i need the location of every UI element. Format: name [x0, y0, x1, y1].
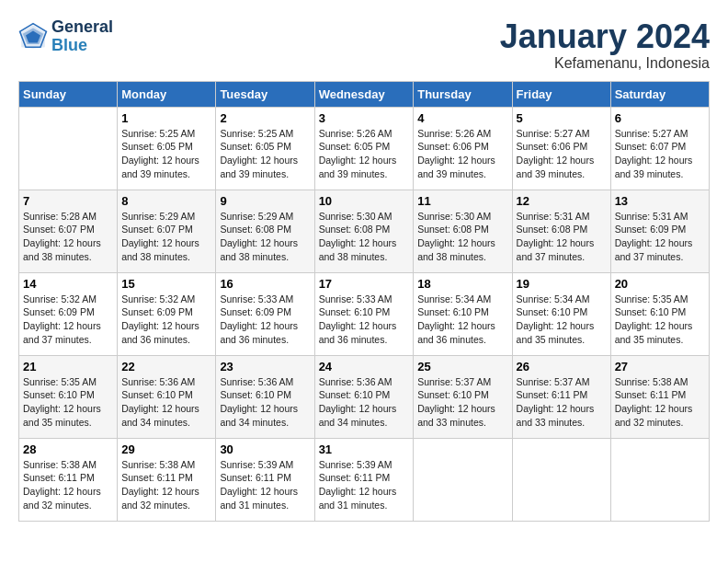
day-number: 3 [319, 111, 410, 125]
logo-icon [18, 22, 48, 52]
day-number: 26 [517, 360, 607, 373]
day-number: 9 [220, 194, 310, 208]
day-number: 22 [121, 360, 211, 373]
day-info: Sunrise: 5:29 AM Sunset: 6:07 PM Dayligh… [121, 210, 211, 264]
calendar-cell: 1Sunrise: 5:25 AM Sunset: 6:05 PM Daylig… [118, 107, 216, 190]
calendar-week-row: 28Sunrise: 5:38 AM Sunset: 6:11 PM Dayli… [19, 438, 710, 521]
day-number: 20 [615, 277, 705, 291]
title-block: January 2024 Kefamenanu, Indonesia [500, 18, 710, 72]
calendar-cell: 11Sunrise: 5:30 AM Sunset: 6:08 PM Dayli… [414, 190, 512, 272]
day-info: Sunrise: 5:39 AM Sunset: 6:11 PM Dayligh… [319, 458, 410, 512]
calendar-body: 1Sunrise: 5:25 AM Sunset: 6:05 PM Daylig… [19, 107, 710, 521]
calendar-cell: 3Sunrise: 5:26 AM Sunset: 6:05 PM Daylig… [314, 107, 414, 190]
day-info: Sunrise: 5:37 AM Sunset: 6:10 PM Dayligh… [417, 375, 507, 430]
day-number: 30 [220, 442, 310, 456]
day-number: 5 [517, 111, 607, 125]
day-number: 18 [417, 277, 507, 291]
day-info: Sunrise: 5:38 AM Sunset: 6:11 PM Dayligh… [121, 458, 211, 512]
day-info: Sunrise: 5:34 AM Sunset: 6:10 PM Dayligh… [517, 293, 607, 347]
logo: General Blue [18, 18, 113, 55]
calendar-cell: 23Sunrise: 5:36 AM Sunset: 6:10 PM Dayli… [216, 355, 314, 438]
day-number: 19 [517, 277, 607, 291]
calendar-cell: 31Sunrise: 5:39 AM Sunset: 6:11 PM Dayli… [314, 438, 414, 521]
calendar-week-row: 21Sunrise: 5:35 AM Sunset: 6:10 PM Dayli… [19, 355, 710, 438]
logo-text: General Blue [51, 18, 113, 55]
calendar-cell: 2Sunrise: 5:25 AM Sunset: 6:05 PM Daylig… [216, 107, 314, 190]
calendar-cell: 26Sunrise: 5:37 AM Sunset: 6:11 PM Dayli… [512, 355, 610, 438]
day-number: 8 [121, 194, 211, 208]
calendar-cell: 7Sunrise: 5:28 AM Sunset: 6:07 PM Daylig… [19, 190, 118, 272]
calendar-cell: 25Sunrise: 5:37 AM Sunset: 6:10 PM Dayli… [414, 355, 512, 438]
day-info: Sunrise: 5:31 AM Sunset: 6:08 PM Dayligh… [517, 210, 607, 264]
weekday-header-thursday: Thursday [414, 81, 512, 107]
day-number: 4 [417, 111, 507, 125]
calendar-cell: 21Sunrise: 5:35 AM Sunset: 6:10 PM Dayli… [19, 355, 118, 438]
day-number: 29 [121, 442, 211, 456]
day-info: Sunrise: 5:25 AM Sunset: 6:05 PM Dayligh… [220, 127, 310, 181]
day-info: Sunrise: 5:26 AM Sunset: 6:05 PM Dayligh… [319, 127, 410, 181]
calendar-cell: 22Sunrise: 5:36 AM Sunset: 6:10 PM Dayli… [118, 355, 216, 438]
calendar-cell: 5Sunrise: 5:27 AM Sunset: 6:06 PM Daylig… [512, 107, 610, 190]
calendar-cell: 18Sunrise: 5:34 AM Sunset: 6:10 PM Dayli… [414, 272, 512, 355]
day-number: 21 [23, 360, 113, 373]
day-info: Sunrise: 5:34 AM Sunset: 6:10 PM Dayligh… [417, 293, 507, 347]
day-number: 6 [615, 111, 705, 125]
day-info: Sunrise: 5:36 AM Sunset: 6:10 PM Dayligh… [220, 375, 310, 430]
calendar-cell: 20Sunrise: 5:35 AM Sunset: 6:10 PM Dayli… [610, 272, 709, 355]
day-info: Sunrise: 5:30 AM Sunset: 6:08 PM Dayligh… [319, 210, 410, 264]
calendar-cell: 6Sunrise: 5:27 AM Sunset: 6:07 PM Daylig… [610, 107, 709, 190]
day-number: 24 [319, 360, 410, 373]
day-info: Sunrise: 5:32 AM Sunset: 6:09 PM Dayligh… [121, 293, 211, 347]
calendar-cell: 14Sunrise: 5:32 AM Sunset: 6:09 PM Dayli… [19, 272, 118, 355]
day-info: Sunrise: 5:27 AM Sunset: 6:06 PM Dayligh… [517, 127, 607, 181]
calendar-cell: 8Sunrise: 5:29 AM Sunset: 6:07 PM Daylig… [118, 190, 216, 272]
calendar-week-row: 1Sunrise: 5:25 AM Sunset: 6:05 PM Daylig… [19, 107, 710, 190]
day-info: Sunrise: 5:29 AM Sunset: 6:08 PM Dayligh… [220, 210, 310, 264]
day-info: Sunrise: 5:28 AM Sunset: 6:07 PM Dayligh… [23, 210, 113, 264]
day-info: Sunrise: 5:35 AM Sunset: 6:10 PM Dayligh… [615, 293, 705, 347]
day-number: 23 [220, 360, 310, 373]
weekday-header-saturday: Saturday [610, 81, 709, 107]
day-info: Sunrise: 5:38 AM Sunset: 6:11 PM Dayligh… [615, 375, 705, 430]
day-info: Sunrise: 5:39 AM Sunset: 6:11 PM Dayligh… [220, 458, 310, 512]
day-info: Sunrise: 5:38 AM Sunset: 6:11 PM Dayligh… [23, 458, 113, 512]
calendar-cell: 13Sunrise: 5:31 AM Sunset: 6:09 PM Dayli… [610, 190, 709, 272]
day-info: Sunrise: 5:35 AM Sunset: 6:10 PM Dayligh… [23, 375, 113, 430]
weekday-header-wednesday: Wednesday [314, 81, 414, 107]
calendar-cell: 12Sunrise: 5:31 AM Sunset: 6:08 PM Dayli… [512, 190, 610, 272]
calendar-cell [414, 438, 512, 521]
weekday-header-sunday: Sunday [19, 81, 118, 107]
calendar-cell [19, 107, 118, 190]
day-number: 11 [417, 194, 507, 208]
calendar-cell: 16Sunrise: 5:33 AM Sunset: 6:09 PM Dayli… [216, 272, 314, 355]
day-info: Sunrise: 5:37 AM Sunset: 6:11 PM Dayligh… [517, 375, 607, 430]
day-info: Sunrise: 5:33 AM Sunset: 6:09 PM Dayligh… [220, 293, 310, 347]
day-number: 28 [23, 442, 113, 456]
day-number: 2 [220, 111, 310, 125]
day-number: 1 [121, 111, 211, 125]
calendar-cell: 15Sunrise: 5:32 AM Sunset: 6:09 PM Dayli… [118, 272, 216, 355]
calendar-cell: 4Sunrise: 5:26 AM Sunset: 6:06 PM Daylig… [414, 107, 512, 190]
calendar-week-row: 7Sunrise: 5:28 AM Sunset: 6:07 PM Daylig… [19, 190, 710, 272]
month-title: January 2024 [500, 18, 710, 55]
calendar-cell: 10Sunrise: 5:30 AM Sunset: 6:08 PM Dayli… [314, 190, 414, 272]
day-number: 27 [615, 360, 705, 373]
calendar-week-row: 14Sunrise: 5:32 AM Sunset: 6:09 PM Dayli… [19, 272, 710, 355]
day-number: 15 [121, 277, 211, 291]
calendar-cell: 19Sunrise: 5:34 AM Sunset: 6:10 PM Dayli… [512, 272, 610, 355]
day-number: 16 [220, 277, 310, 291]
day-number: 14 [23, 277, 113, 291]
day-info: Sunrise: 5:36 AM Sunset: 6:10 PM Dayligh… [121, 375, 211, 430]
day-number: 17 [319, 277, 410, 291]
calendar-cell: 30Sunrise: 5:39 AM Sunset: 6:11 PM Dayli… [216, 438, 314, 521]
weekday-header-monday: Monday [118, 81, 216, 107]
day-info: Sunrise: 5:36 AM Sunset: 6:10 PM Dayligh… [319, 375, 410, 430]
day-number: 25 [417, 360, 507, 373]
day-number: 13 [615, 194, 705, 208]
day-info: Sunrise: 5:27 AM Sunset: 6:07 PM Dayligh… [615, 127, 705, 181]
calendar-cell: 29Sunrise: 5:38 AM Sunset: 6:11 PM Dayli… [118, 438, 216, 521]
calendar-cell: 28Sunrise: 5:38 AM Sunset: 6:11 PM Dayli… [19, 438, 118, 521]
day-info: Sunrise: 5:32 AM Sunset: 6:09 PM Dayligh… [23, 293, 113, 347]
calendar-cell: 24Sunrise: 5:36 AM Sunset: 6:10 PM Dayli… [314, 355, 414, 438]
calendar-header-row: SundayMondayTuesdayWednesdayThursdayFrid… [19, 81, 710, 107]
